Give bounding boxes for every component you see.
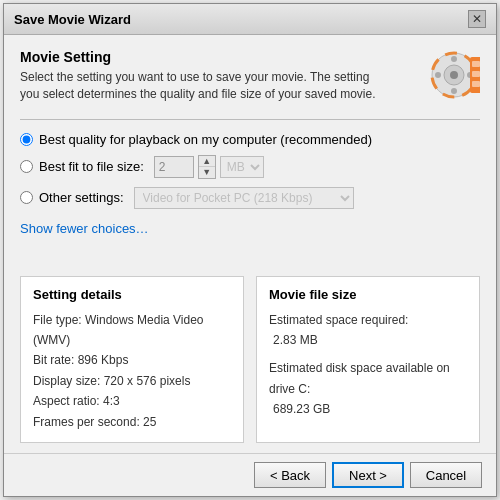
spinner-down[interactable]: ▼ — [199, 167, 215, 178]
movie-file-size-title: Movie file size — [269, 287, 467, 302]
cancel-button[interactable]: Cancel — [410, 462, 482, 488]
title-bar: Save Movie Wizard ✕ — [4, 4, 496, 35]
setting-details-box: Setting details File type: Windows Media… — [20, 276, 244, 443]
footer: < Back Next > Cancel — [4, 453, 496, 496]
film-reel-icon — [428, 49, 480, 101]
movie-file-size-box: Movie file size Estimated space required… — [256, 276, 480, 443]
header-text: Movie Setting Select the setting you wan… — [20, 49, 428, 103]
main-content: Movie Setting Select the setting you wan… — [4, 35, 496, 453]
file-size-spinner: ▲ ▼ — [198, 155, 216, 179]
options-area: Best quality for playback on my computer… — [20, 132, 480, 236]
unit-select[interactable]: MB GB — [220, 156, 264, 178]
radio-best-quality-label[interactable]: Best quality for playback on my computer… — [39, 132, 372, 147]
close-button[interactable]: ✕ — [468, 10, 486, 28]
radio-other-settings[interactable] — [20, 191, 33, 204]
svg-point-3 — [451, 56, 457, 62]
svg-point-2 — [450, 71, 458, 79]
estimated-space-label: Estimated space required: — [269, 310, 467, 330]
info-area: Setting details File type: Windows Media… — [20, 266, 480, 443]
file-type: File type: Windows Media Video (WMV) — [33, 310, 231, 351]
section-title: Movie Setting — [20, 49, 428, 65]
radio-other-settings-label[interactable]: Other settings: — [39, 190, 124, 205]
header-row: Movie Setting Select the setting you wan… — [20, 49, 480, 103]
radio-row-3: Other settings: Video for Pocket PC (218… — [20, 187, 480, 209]
save-movie-wizard-window: Save Movie Wizard ✕ Movie Setting Select… — [3, 3, 497, 497]
display-size: Display size: 720 x 576 pixels — [33, 371, 231, 391]
svg-point-4 — [451, 88, 457, 94]
radio-file-size[interactable] — [20, 160, 33, 173]
aspect-ratio: Aspect ratio: 4:3 — [33, 391, 231, 411]
estimated-space-value: 2.83 MB — [273, 330, 467, 350]
svg-point-5 — [435, 72, 441, 78]
svg-rect-11 — [472, 81, 480, 87]
frames-per-second: Frames per second: 25 — [33, 412, 231, 432]
bit-rate: Bit rate: 896 Kbps — [33, 350, 231, 370]
estimated-disk-label: Estimated disk space available on drive … — [269, 358, 467, 399]
window-title: Save Movie Wizard — [14, 12, 131, 27]
setting-details-content: File type: Windows Media Video (WMV) Bit… — [33, 310, 231, 432]
svg-rect-10 — [472, 71, 480, 77]
divider — [20, 119, 480, 120]
radio-row-2: Best fit to file size: ▲ ▼ MB GB — [20, 155, 480, 179]
spinner-up[interactable]: ▲ — [199, 156, 215, 167]
other-settings-select[interactable]: Video for Pocket PC (218 Kbps) — [134, 187, 354, 209]
radio-best-quality[interactable] — [20, 133, 33, 146]
show-fewer-link[interactable]: Show fewer choices… — [20, 221, 149, 236]
next-button[interactable]: Next > — [332, 462, 404, 488]
file-size-input[interactable] — [154, 156, 194, 178]
estimated-disk-value: 689.23 GB — [273, 399, 467, 419]
movie-file-size-content: Estimated space required: 2.83 MB Estima… — [269, 310, 467, 420]
setting-details-title: Setting details — [33, 287, 231, 302]
radio-file-size-label[interactable]: Best fit to file size: — [39, 159, 144, 174]
back-button[interactable]: < Back — [254, 462, 326, 488]
section-desc: Select the setting you want to use to sa… — [20, 69, 380, 103]
file-size-controls: ▲ ▼ MB GB — [154, 155, 264, 179]
radio-row-1: Best quality for playback on my computer… — [20, 132, 480, 147]
svg-rect-9 — [472, 61, 480, 67]
